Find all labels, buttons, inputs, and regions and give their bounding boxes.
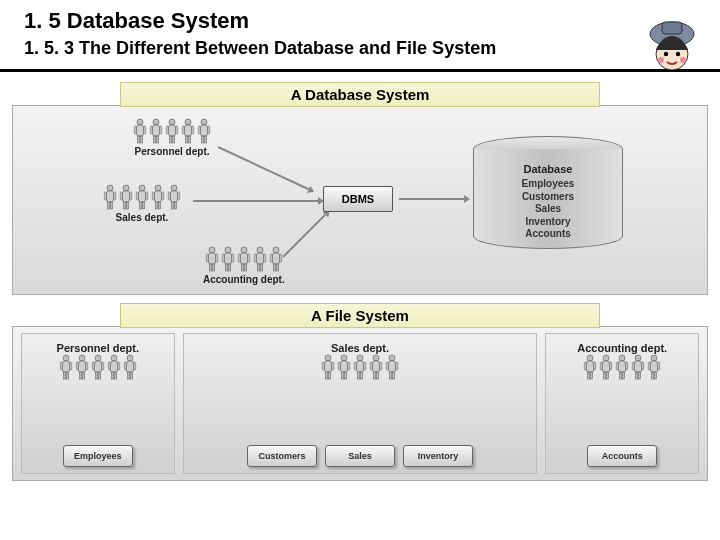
database-system-panel: Personnel dept. Sales dept. Accounting d… [12, 105, 708, 295]
file-system-panel: Personnel dept. Employees Sales dept. Cu… [12, 326, 708, 481]
fs-col-accounting: Accounting dept. Accounts [545, 333, 699, 474]
resource-box: Employees [63, 445, 133, 467]
dept-personnel: Personnel dept. [133, 118, 211, 157]
arrow-icon [282, 214, 326, 258]
dept-label: Personnel dept. [133, 146, 211, 157]
resource-box: Customers [247, 445, 317, 467]
dbms-box: DBMS [323, 186, 393, 212]
svg-rect-7 [662, 22, 682, 34]
fs-col-personnel: Personnel dept. Employees [21, 333, 175, 474]
svg-point-11 [658, 57, 664, 63]
resource-box: Sales [325, 445, 395, 467]
database-item: Employees [522, 178, 575, 190]
page-title: 1. 5 Database System [24, 8, 696, 34]
people-icon [133, 118, 211, 144]
fs-section-title: A File System [120, 303, 600, 328]
people-icon [203, 246, 285, 272]
people-icon [59, 354, 137, 380]
svg-point-12 [680, 57, 686, 63]
people-icon [321, 354, 399, 380]
people-icon [583, 354, 661, 380]
dept-label: Accounting dept. [203, 274, 285, 285]
page-subtitle: 1. 5. 3 The Different Between Database a… [24, 38, 696, 59]
arrow-icon [218, 146, 309, 190]
database-cylinder: Database Employees Customers Sales Inven… [473, 136, 623, 266]
arrow-icon [193, 200, 318, 202]
database-item: Accounts [525, 228, 571, 240]
dept-label: Sales dept. [103, 212, 181, 223]
db-section-title: A Database System [120, 82, 600, 107]
resource-box: Accounts [587, 445, 657, 467]
svg-point-9 [664, 52, 668, 56]
arrow-icon [399, 198, 464, 200]
mascot-icon [642, 16, 702, 76]
dept-label: Personnel dept. [57, 342, 140, 354]
dept-sales: Sales dept. [103, 184, 181, 223]
database-item: Customers [522, 191, 574, 203]
fs-col-sales: Sales dept. Customers Sales Inventory [183, 333, 538, 474]
database-title: Database [524, 163, 573, 175]
dept-accounting: Accounting dept. [203, 246, 285, 285]
resource-box: Inventory [403, 445, 473, 467]
database-item: Inventory [525, 216, 570, 228]
svg-point-10 [676, 52, 680, 56]
dept-label: Accounting dept. [577, 342, 667, 354]
database-item: Sales [535, 203, 561, 215]
people-icon [103, 184, 181, 210]
dept-label: Sales dept. [331, 342, 389, 354]
